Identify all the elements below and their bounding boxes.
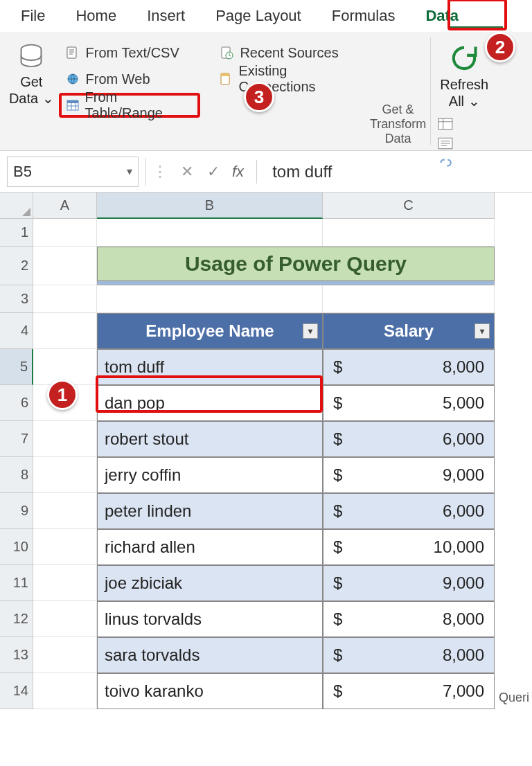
- table-cell-salary[interactable]: $10,000: [323, 529, 495, 565]
- col-header-B[interactable]: B: [97, 193, 323, 219]
- col-header-A[interactable]: A: [33, 193, 97, 219]
- row-header-7[interactable]: 7: [0, 421, 33, 457]
- table-cell-name[interactable]: peter linden: [97, 493, 323, 529]
- name-box[interactable]: B5 ▾: [7, 157, 139, 187]
- row-header-3[interactable]: 3: [0, 285, 33, 313]
- existing-connections-button[interactable]: Existing Connections: [213, 66, 362, 91]
- enter-icon[interactable]: ✓: [207, 163, 220, 181]
- recent-sources-label: Recent Sources: [240, 45, 338, 61]
- properties-icon[interactable]: [438, 136, 454, 150]
- table-icon: [66, 98, 80, 113]
- row-header-9[interactable]: 9: [0, 493, 33, 529]
- group-queries: Queri: [499, 691, 529, 708]
- cell[interactable]: [33, 313, 97, 349]
- svg-rect-1: [67, 47, 76, 58]
- filter-icon[interactable]: ▾: [475, 323, 490, 339]
- title-cell[interactable]: Usage of Power Query: [97, 247, 495, 281]
- cell[interactable]: [33, 285, 97, 313]
- cell[interactable]: [33, 673, 97, 709]
- from-web-label: From Web: [86, 71, 150, 87]
- cell[interactable]: [33, 247, 97, 285]
- tab-formulas[interactable]: Formulas: [332, 7, 396, 25]
- svg-rect-4: [67, 100, 78, 103]
- table-cell-name[interactable]: robert stout: [97, 421, 323, 457]
- fx-icon[interactable]: fx: [232, 163, 244, 181]
- row-header-2[interactable]: 2: [0, 247, 33, 285]
- table-cell-salary[interactable]: $9,000: [323, 565, 495, 601]
- group-get-transform: Get & Transform Data: [370, 103, 426, 149]
- refresh-icon: [449, 43, 479, 73]
- cell[interactable]: [97, 219, 323, 247]
- row-header-10[interactable]: 10: [0, 529, 33, 565]
- from-text-csv-button[interactable]: From Text/CSV: [59, 40, 201, 65]
- table-header-salary[interactable]: Salary▾: [323, 313, 495, 349]
- cell[interactable]: [97, 285, 323, 313]
- globe-icon: [65, 71, 80, 87]
- callout-2: 2: [485, 32, 515, 62]
- callout-3: 3: [244, 82, 274, 112]
- recent-sources-button[interactable]: Recent Sources: [213, 40, 362, 65]
- cell[interactable]: [33, 601, 97, 637]
- from-table-range-button[interactable]: From Table/Range: [59, 93, 201, 118]
- row-header-6[interactable]: 6: [0, 385, 33, 421]
- table-header-name[interactable]: Employee Name▾: [97, 313, 323, 349]
- cell[interactable]: [323, 285, 495, 313]
- caret-down-icon[interactable]: ▾: [127, 165, 132, 178]
- table-cell-name[interactable]: jerry coffin: [97, 457, 323, 493]
- row-header-12[interactable]: 12: [0, 601, 33, 637]
- table-cell-salary[interactable]: $8,000: [323, 601, 495, 637]
- svg-rect-8: [221, 73, 229, 76]
- table-cell-name[interactable]: toivo karanko: [97, 673, 323, 709]
- cell[interactable]: [33, 637, 97, 673]
- tab-insert[interactable]: Insert: [147, 7, 185, 25]
- col-header-C[interactable]: C: [323, 193, 495, 219]
- row-header-14[interactable]: 14: [0, 673, 33, 709]
- table-cell-name[interactable]: sara torvalds: [97, 637, 323, 673]
- table-cell-name[interactable]: richard allen: [97, 529, 323, 565]
- get-data-button[interactable]: GetData ⌄: [4, 39, 59, 107]
- cell[interactable]: [33, 493, 97, 529]
- row-header-13[interactable]: 13: [0, 637, 33, 673]
- tab-home[interactable]: Home: [76, 7, 116, 25]
- table-cell-salary[interactable]: $6,000: [323, 493, 495, 529]
- table-cell-salary[interactable]: $6,000: [323, 421, 495, 457]
- cell[interactable]: [33, 219, 97, 247]
- formula-value[interactable]: tom duff: [272, 162, 332, 181]
- row-header-11[interactable]: 11: [0, 565, 33, 601]
- cell[interactable]: [33, 421, 97, 457]
- cell[interactable]: [33, 565, 97, 601]
- recent-icon: [219, 45, 234, 60]
- table-cell-name[interactable]: linus torvalds: [97, 601, 323, 637]
- table-cell-salary[interactable]: $9,000: [323, 457, 495, 493]
- cancel-icon[interactable]: ✕: [181, 163, 193, 181]
- chevron-down-icon: ⌄: [468, 93, 480, 109]
- row-header-5[interactable]: 5: [0, 349, 33, 385]
- chevron-down-icon: ⌄: [42, 91, 54, 106]
- table-cell-name[interactable]: joe zbiciak: [97, 565, 323, 601]
- row-header-1[interactable]: 1: [0, 219, 33, 247]
- name-box-value: B5: [13, 163, 127, 181]
- tab-file[interactable]: File: [21, 7, 45, 25]
- edit-links-icon[interactable]: [438, 155, 454, 169]
- select-all-corner[interactable]: [0, 193, 33, 219]
- cell[interactable]: [33, 457, 97, 493]
- svg-rect-9: [438, 118, 452, 129]
- connections-icon: [219, 71, 233, 87]
- table-cell-salary[interactable]: $7,000: [323, 673, 495, 709]
- filter-icon[interactable]: ▾: [303, 323, 318, 339]
- highlight-cell-B5: [96, 375, 323, 413]
- from-web-button[interactable]: From Web: [59, 66, 201, 91]
- cell[interactable]: [33, 529, 97, 565]
- row-header-4[interactable]: 4: [0, 313, 33, 349]
- table-cell-salary[interactable]: $8,000: [323, 349, 495, 385]
- text-csv-icon: [65, 45, 80, 60]
- cell[interactable]: [323, 219, 495, 247]
- callout-1: 1: [47, 380, 78, 410]
- table-cell-salary[interactable]: $5,000: [323, 385, 495, 421]
- queries-icon[interactable]: [438, 116, 454, 130]
- tab-page-layout[interactable]: Page Layout: [215, 7, 301, 25]
- table-cell-salary[interactable]: $8,000: [323, 637, 495, 673]
- from-text-csv-label: From Text/CSV: [86, 45, 179, 61]
- highlight-tab-data: [447, 0, 507, 30]
- row-header-8[interactable]: 8: [0, 457, 33, 493]
